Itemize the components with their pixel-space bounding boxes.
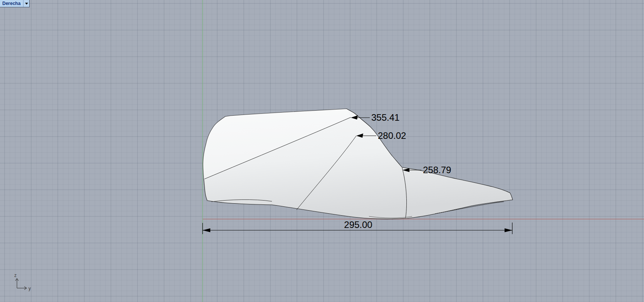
length-dimension[interactable]: 295.00 <box>203 219 512 234</box>
shoe-last-model[interactable] <box>203 109 513 219</box>
dim-arrow-left-icon <box>203 228 210 232</box>
gizmo-y-label: y <box>29 286 31 291</box>
dimension-text[interactable]: 295.00 <box>344 219 372 230</box>
viewport-tab-menu-button[interactable] <box>23 0 29 7</box>
dim-arrow-right-icon <box>505 228 512 232</box>
gizmo-z-label: z <box>14 273 17 278</box>
viewport-tab-label[interactable]: Derecha <box>0 0 23 7</box>
chevron-down-icon <box>25 3 28 5</box>
dimension-text[interactable]: 280.02 <box>378 130 406 141</box>
cad-viewport[interactable]: 355.41 280.02 258.79 295.00 <box>0 0 644 302</box>
viewport-canvas[interactable]: 355.41 280.02 258.79 295.00 <box>0 0 644 302</box>
dimension-text[interactable]: 355.41 <box>371 112 399 123</box>
viewport-tab[interactable]: Derecha <box>0 0 30 7</box>
axis-gizmo: z y <box>14 273 31 291</box>
dimension-text[interactable]: 258.79 <box>423 165 451 175</box>
